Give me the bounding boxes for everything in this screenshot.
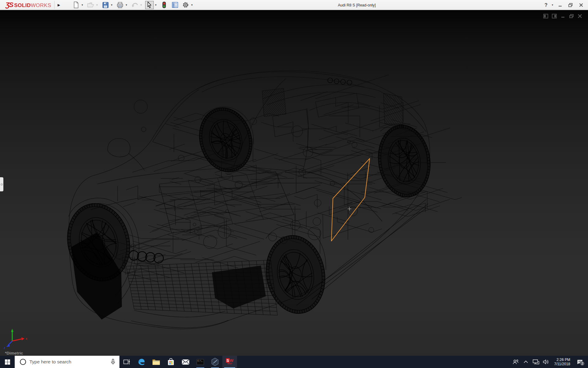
rebuild-stoplight-icon — [162, 2, 166, 8]
featuremanager-tab-dot — [1, 183, 3, 186]
solidworks-window: ƷS SOLID WORKS ▶ ▼ — [0, 0, 588, 368]
search-input[interactable] — [29, 359, 111, 365]
minimize-icon — [558, 3, 562, 7]
mail-icon — [182, 359, 190, 365]
new-document-button[interactable] — [72, 1, 80, 9]
quick-access-toolbar: ▼ ▼ — [72, 1, 195, 9]
taskbar-clock[interactable]: 2:26 PM 7/11/2018 — [552, 358, 573, 366]
save-caret[interactable]: ▼ — [110, 1, 114, 9]
command-prompt-icon: C:\_ — [197, 359, 204, 365]
help-caret[interactable]: ▼ — [551, 1, 554, 9]
people-button[interactable] — [512, 356, 520, 368]
store-button[interactable] — [164, 356, 178, 368]
task-view-button[interactable] — [119, 356, 134, 368]
file-explorer-button[interactable] — [149, 356, 164, 368]
start-button[interactable] — [0, 356, 15, 368]
doc-minimize-button[interactable] — [560, 13, 565, 19]
task-view-icon — [123, 359, 130, 365]
hexagon-app-icon — [211, 358, 219, 366]
people-icon — [513, 359, 519, 365]
cortana-icon — [20, 359, 26, 365]
window-controls: ? ▼ — [543, 0, 586, 10]
volume-icon — [543, 359, 549, 365]
minimize-button[interactable] — [556, 1, 565, 9]
undo-button[interactable] — [130, 1, 139, 9]
select-cursor-icon — [146, 2, 153, 8]
clock-date: 7/11/2018 — [554, 362, 571, 366]
solidworks-logo-mark: ƷS — [6, 1, 13, 9]
divider — [54, 1, 55, 9]
new-document-icon — [73, 2, 79, 8]
system-tray: 2:26 PM 7/11/2018 2 — [512, 356, 588, 368]
open-caret[interactable]: ▼ — [95, 1, 99, 9]
save-floppy-icon — [102, 2, 109, 8]
window-title: Audi R8 S [Read-only] — [338, 0, 376, 10]
edge-icon — [138, 358, 145, 366]
open-folder-icon — [87, 2, 94, 8]
edge-button[interactable] — [134, 356, 149, 368]
highlighted-sketch[interactable] — [331, 159, 370, 241]
notification-badge: 2 — [580, 361, 585, 366]
close-button[interactable] — [576, 1, 586, 9]
properties-button[interactable] — [171, 1, 179, 9]
menu-flyout-arrow-icon[interactable]: ▶ — [56, 2, 61, 8]
show-pane-left-button[interactable] — [543, 13, 548, 19]
network-icon — [533, 359, 539, 365]
svg-text:z: z — [4, 346, 5, 350]
print-button[interactable] — [116, 1, 124, 9]
options-caret[interactable]: ▼ — [190, 1, 194, 9]
hidden-icons-button[interactable] — [522, 356, 530, 368]
properties-list-icon — [172, 2, 178, 8]
featuremanager-collapsed-tab[interactable] — [0, 177, 3, 191]
close-icon — [579, 3, 583, 7]
undo-caret[interactable]: ▼ — [139, 1, 143, 9]
command-prompt-button[interactable]: C:\_ — [193, 356, 208, 368]
taskbar-search[interactable] — [15, 356, 119, 368]
volume-button[interactable] — [542, 356, 550, 368]
restore-button[interactable] — [566, 1, 575, 9]
document-window-controls — [543, 13, 582, 19]
audi-r8-wireframe[interactable] — [59, 71, 462, 329]
options-gear-icon — [182, 2, 189, 8]
select-tool-caret[interactable]: ▼ — [154, 1, 158, 9]
solidworks-logo: ƷS SOLID WORKS — [0, 1, 51, 9]
action-center-button[interactable]: 2 — [575, 356, 585, 368]
store-icon — [167, 358, 175, 366]
restore-icon — [568, 3, 573, 7]
microphone-icon[interactable] — [111, 359, 115, 365]
sketch-polygon[interactable] — [331, 159, 370, 241]
view-orientation-label: *Dimetric — [5, 351, 23, 355]
select-tool-button[interactable] — [145, 1, 154, 9]
svg-text:x: x — [26, 337, 27, 340]
windows-logo-icon — [5, 359, 10, 365]
new-document-caret[interactable]: ▼ — [80, 1, 84, 9]
save-button[interactable] — [101, 1, 110, 9]
show-pane-right-button[interactable] — [552, 13, 557, 19]
network-button[interactable] — [532, 356, 540, 368]
help-button[interactable]: ? — [543, 1, 549, 9]
undo-arrow-icon — [131, 2, 138, 8]
orientation-triad-icon[interactable]: xz — [4, 329, 27, 350]
solidworks-taskbar-button[interactable]: SW 2017 — [222, 356, 237, 368]
doc-close-button[interactable] — [577, 13, 582, 19]
car-wireframe-canvas[interactable]: xz — [0, 10, 588, 356]
solidworks-icon: SW 2017 — [226, 359, 233, 365]
graphics-viewport[interactable]: xz *Dimetric — [0, 10, 588, 356]
title-bar: ƷS SOLID WORKS ▶ ▼ — [0, 0, 588, 10]
clock-time: 2:26 PM — [554, 358, 571, 362]
chevron-up-icon — [523, 360, 528, 363]
print-caret[interactable]: ▼ — [124, 1, 128, 9]
hexagon-app-button[interactable] — [208, 356, 222, 368]
doc-restore-button[interactable] — [569, 13, 574, 19]
print-icon — [117, 2, 123, 8]
options-button[interactable] — [181, 1, 190, 9]
file-explorer-icon — [152, 358, 160, 365]
windows-taskbar: C:\_ SW 2017 — [0, 356, 588, 368]
rebuild-button[interactable] — [160, 1, 168, 9]
mail-button[interactable] — [178, 356, 193, 368]
open-button[interactable] — [86, 1, 95, 9]
